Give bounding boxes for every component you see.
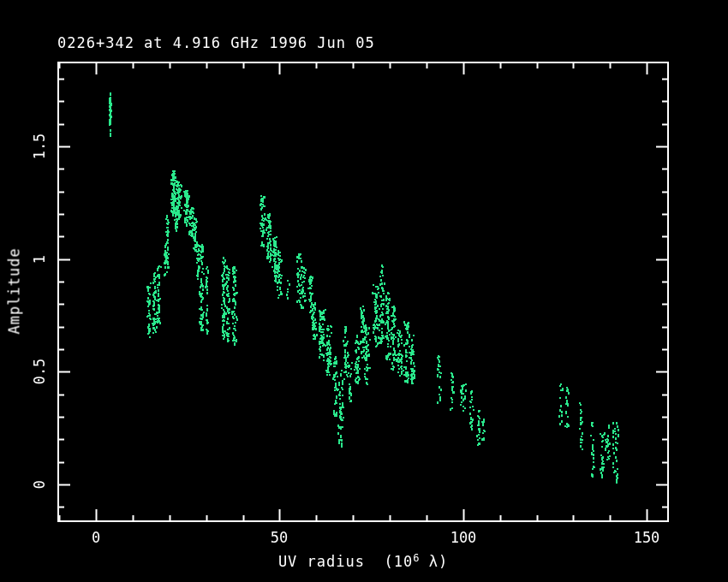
- x-axis-title-exponent: 6: [413, 552, 419, 564]
- x-tick-label: 0: [92, 531, 100, 545]
- y-axis-title: Amplitude: [8, 247, 22, 334]
- x-tick-label: 50: [271, 531, 288, 545]
- y-tick-label: 0.5: [33, 359, 47, 385]
- x-tick-label: 150: [634, 531, 660, 545]
- visibility-plot-window: 0226+342 at 4.916 GHz 1996 Jun 05 Amplit…: [0, 0, 728, 582]
- x-tick-label: 100: [451, 531, 477, 545]
- uv-amplitude-scatter-canvas: [0, 0, 728, 582]
- x-axis-title-lambda: λ): [419, 553, 448, 570]
- y-tick-label: 1.5: [33, 134, 47, 160]
- x-axis-title: UV radius (106 λ): [278, 553, 448, 569]
- plot-title: 0226+342 at 4.916 GHz 1996 Jun 05: [57, 36, 375, 50]
- y-tick-label: 0: [33, 480, 47, 489]
- y-tick-label: 1: [33, 255, 47, 264]
- x-axis-title-text: UV radius (10: [278, 553, 413, 570]
